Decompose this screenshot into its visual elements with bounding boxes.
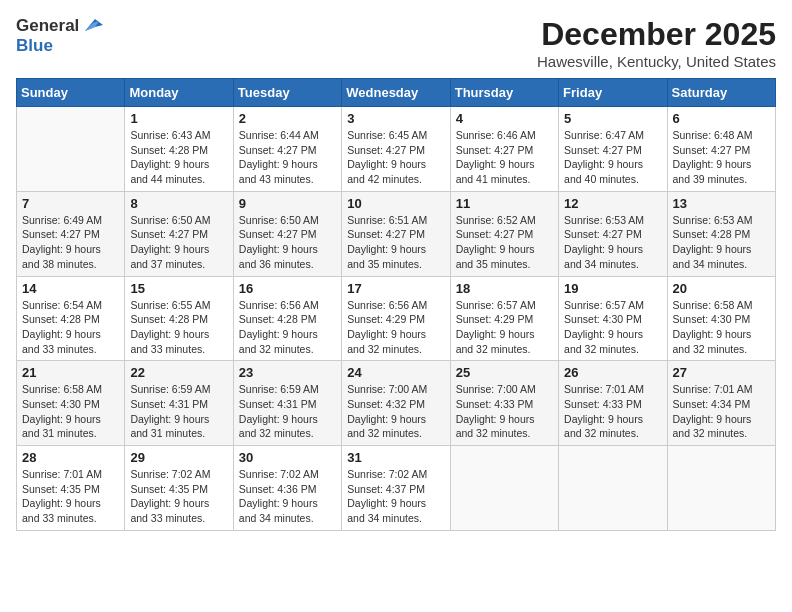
day-info: Sunrise: 6:48 AM Sunset: 4:27 PM Dayligh…	[673, 128, 770, 187]
page-header: General Blue December 2025 Hawesville, K…	[16, 16, 776, 70]
day-number: 26	[564, 365, 661, 380]
calendar-cell: 22Sunrise: 6:59 AM Sunset: 4:31 PM Dayli…	[125, 361, 233, 446]
day-number: 19	[564, 281, 661, 296]
calendar-week-row: 7Sunrise: 6:49 AM Sunset: 4:27 PM Daylig…	[17, 191, 776, 276]
calendar-cell: 8Sunrise: 6:50 AM Sunset: 4:27 PM Daylig…	[125, 191, 233, 276]
day-info: Sunrise: 6:52 AM Sunset: 4:27 PM Dayligh…	[456, 213, 553, 272]
day-info: Sunrise: 7:00 AM Sunset: 4:33 PM Dayligh…	[456, 382, 553, 441]
day-number: 14	[22, 281, 119, 296]
calendar-cell: 9Sunrise: 6:50 AM Sunset: 4:27 PM Daylig…	[233, 191, 341, 276]
calendar-day-header: Thursday	[450, 79, 558, 107]
day-info: Sunrise: 6:54 AM Sunset: 4:28 PM Dayligh…	[22, 298, 119, 357]
day-info: Sunrise: 6:56 AM Sunset: 4:28 PM Dayligh…	[239, 298, 336, 357]
day-number: 13	[673, 196, 770, 211]
title-section: December 2025 Hawesville, Kentucky, Unit…	[537, 16, 776, 70]
calendar-week-row: 21Sunrise: 6:58 AM Sunset: 4:30 PM Dayli…	[17, 361, 776, 446]
day-number: 12	[564, 196, 661, 211]
logo-bird-icon	[81, 17, 103, 35]
day-number: 8	[130, 196, 227, 211]
day-number: 3	[347, 111, 444, 126]
calendar-cell: 24Sunrise: 7:00 AM Sunset: 4:32 PM Dayli…	[342, 361, 450, 446]
calendar-cell: 1Sunrise: 6:43 AM Sunset: 4:28 PM Daylig…	[125, 107, 233, 192]
calendar-cell: 23Sunrise: 6:59 AM Sunset: 4:31 PM Dayli…	[233, 361, 341, 446]
day-info: Sunrise: 6:50 AM Sunset: 4:27 PM Dayligh…	[239, 213, 336, 272]
day-info: Sunrise: 7:01 AM Sunset: 4:33 PM Dayligh…	[564, 382, 661, 441]
calendar-cell: 18Sunrise: 6:57 AM Sunset: 4:29 PM Dayli…	[450, 276, 558, 361]
calendar-day-header: Tuesday	[233, 79, 341, 107]
day-info: Sunrise: 7:00 AM Sunset: 4:32 PM Dayligh…	[347, 382, 444, 441]
day-number: 2	[239, 111, 336, 126]
day-info: Sunrise: 6:59 AM Sunset: 4:31 PM Dayligh…	[239, 382, 336, 441]
calendar-cell: 10Sunrise: 6:51 AM Sunset: 4:27 PM Dayli…	[342, 191, 450, 276]
calendar-cell: 25Sunrise: 7:00 AM Sunset: 4:33 PM Dayli…	[450, 361, 558, 446]
day-number: 21	[22, 365, 119, 380]
calendar-day-header: Saturday	[667, 79, 775, 107]
day-info: Sunrise: 6:53 AM Sunset: 4:27 PM Dayligh…	[564, 213, 661, 272]
day-info: Sunrise: 6:57 AM Sunset: 4:30 PM Dayligh…	[564, 298, 661, 357]
calendar-cell: 27Sunrise: 7:01 AM Sunset: 4:34 PM Dayli…	[667, 361, 775, 446]
day-info: Sunrise: 6:57 AM Sunset: 4:29 PM Dayligh…	[456, 298, 553, 357]
day-info: Sunrise: 6:53 AM Sunset: 4:28 PM Dayligh…	[673, 213, 770, 272]
day-number: 7	[22, 196, 119, 211]
calendar-cell: 28Sunrise: 7:01 AM Sunset: 4:35 PM Dayli…	[17, 446, 125, 531]
calendar-cell: 26Sunrise: 7:01 AM Sunset: 4:33 PM Dayli…	[559, 361, 667, 446]
day-info: Sunrise: 7:02 AM Sunset: 4:36 PM Dayligh…	[239, 467, 336, 526]
day-number: 9	[239, 196, 336, 211]
calendar-cell: 3Sunrise: 6:45 AM Sunset: 4:27 PM Daylig…	[342, 107, 450, 192]
calendar-cell: 20Sunrise: 6:58 AM Sunset: 4:30 PM Dayli…	[667, 276, 775, 361]
day-number: 4	[456, 111, 553, 126]
calendar-week-row: 28Sunrise: 7:01 AM Sunset: 4:35 PM Dayli…	[17, 446, 776, 531]
calendar-day-header: Sunday	[17, 79, 125, 107]
calendar-cell: 6Sunrise: 6:48 AM Sunset: 4:27 PM Daylig…	[667, 107, 775, 192]
calendar-cell: 12Sunrise: 6:53 AM Sunset: 4:27 PM Dayli…	[559, 191, 667, 276]
logo-general-text: General	[16, 16, 79, 36]
logo-blue-text: Blue	[16, 36, 53, 56]
day-info: Sunrise: 6:59 AM Sunset: 4:31 PM Dayligh…	[130, 382, 227, 441]
calendar-cell: 11Sunrise: 6:52 AM Sunset: 4:27 PM Dayli…	[450, 191, 558, 276]
day-info: Sunrise: 6:58 AM Sunset: 4:30 PM Dayligh…	[22, 382, 119, 441]
calendar-cell: 31Sunrise: 7:02 AM Sunset: 4:37 PM Dayli…	[342, 446, 450, 531]
calendar-week-row: 14Sunrise: 6:54 AM Sunset: 4:28 PM Dayli…	[17, 276, 776, 361]
day-number: 11	[456, 196, 553, 211]
day-number: 24	[347, 365, 444, 380]
calendar-cell	[667, 446, 775, 531]
calendar-cell: 14Sunrise: 6:54 AM Sunset: 4:28 PM Dayli…	[17, 276, 125, 361]
day-number: 28	[22, 450, 119, 465]
calendar-cell: 19Sunrise: 6:57 AM Sunset: 4:30 PM Dayli…	[559, 276, 667, 361]
day-number: 22	[130, 365, 227, 380]
calendar-cell	[559, 446, 667, 531]
day-info: Sunrise: 6:50 AM Sunset: 4:27 PM Dayligh…	[130, 213, 227, 272]
calendar-cell: 4Sunrise: 6:46 AM Sunset: 4:27 PM Daylig…	[450, 107, 558, 192]
day-info: Sunrise: 7:02 AM Sunset: 4:35 PM Dayligh…	[130, 467, 227, 526]
day-number: 25	[456, 365, 553, 380]
calendar-table: SundayMondayTuesdayWednesdayThursdayFrid…	[16, 78, 776, 531]
logo: General Blue	[16, 16, 103, 56]
calendar-day-header: Friday	[559, 79, 667, 107]
calendar-cell: 21Sunrise: 6:58 AM Sunset: 4:30 PM Dayli…	[17, 361, 125, 446]
day-number: 10	[347, 196, 444, 211]
calendar-cell: 16Sunrise: 6:56 AM Sunset: 4:28 PM Dayli…	[233, 276, 341, 361]
calendar-day-header: Monday	[125, 79, 233, 107]
day-info: Sunrise: 6:46 AM Sunset: 4:27 PM Dayligh…	[456, 128, 553, 187]
calendar-cell: 5Sunrise: 6:47 AM Sunset: 4:27 PM Daylig…	[559, 107, 667, 192]
day-info: Sunrise: 6:44 AM Sunset: 4:27 PM Dayligh…	[239, 128, 336, 187]
calendar-day-header: Wednesday	[342, 79, 450, 107]
day-info: Sunrise: 6:56 AM Sunset: 4:29 PM Dayligh…	[347, 298, 444, 357]
calendar-cell: 30Sunrise: 7:02 AM Sunset: 4:36 PM Dayli…	[233, 446, 341, 531]
day-number: 30	[239, 450, 336, 465]
calendar-cell: 17Sunrise: 6:56 AM Sunset: 4:29 PM Dayli…	[342, 276, 450, 361]
location: Hawesville, Kentucky, United States	[537, 53, 776, 70]
day-info: Sunrise: 6:58 AM Sunset: 4:30 PM Dayligh…	[673, 298, 770, 357]
day-info: Sunrise: 6:43 AM Sunset: 4:28 PM Dayligh…	[130, 128, 227, 187]
day-info: Sunrise: 7:01 AM Sunset: 4:35 PM Dayligh…	[22, 467, 119, 526]
day-info: Sunrise: 6:47 AM Sunset: 4:27 PM Dayligh…	[564, 128, 661, 187]
day-number: 5	[564, 111, 661, 126]
day-info: Sunrise: 6:45 AM Sunset: 4:27 PM Dayligh…	[347, 128, 444, 187]
calendar-cell: 7Sunrise: 6:49 AM Sunset: 4:27 PM Daylig…	[17, 191, 125, 276]
calendar-header-row: SundayMondayTuesdayWednesdayThursdayFrid…	[17, 79, 776, 107]
calendar-cell: 29Sunrise: 7:02 AM Sunset: 4:35 PM Dayli…	[125, 446, 233, 531]
day-number: 31	[347, 450, 444, 465]
day-number: 6	[673, 111, 770, 126]
day-number: 16	[239, 281, 336, 296]
calendar-week-row: 1Sunrise: 6:43 AM Sunset: 4:28 PM Daylig…	[17, 107, 776, 192]
